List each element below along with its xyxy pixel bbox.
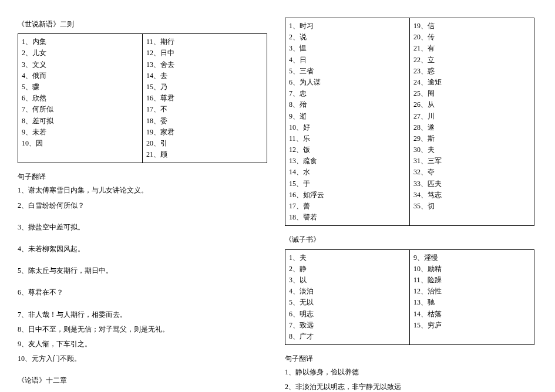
vocab-item: 20、传 — [413, 32, 530, 43]
vocab-item: 10、好 — [289, 122, 406, 133]
vocab-table-lunyu: 1、时习 2、说 3、愠 4、日 5、三省 6、为人谋 7、忠 8、殆 9、逝 … — [285, 18, 534, 226]
vocab-col-2: 11、期行 12、日中 13、舍去 14、去 15、乃 16、尊君 17、不 1… — [142, 34, 267, 163]
vocab-col-1: 1、内集 2、儿女 3、文义 4、俄而 5、骤 6、欣然 7、何所似 8、差可拟… — [18, 34, 142, 163]
vocab-item: 2、儿女 — [22, 48, 139, 59]
sentence-item: 1、谢太傅寒雪日内集，与儿女讲论文义。 — [18, 185, 267, 196]
vocab-item: 6、明志 — [289, 309, 406, 320]
vocab-item: 19、家君 — [146, 127, 263, 138]
vocab-item: 8、差可拟 — [22, 116, 139, 127]
sentence-item: 6、尊君在不？ — [18, 287, 267, 298]
vocab-item: 34、笃志 — [413, 190, 530, 201]
vocab-item: 7、忠 — [289, 88, 406, 99]
sentence-item: 2、非淡泊无以明志，非宁静无以致远 — [285, 381, 534, 392]
vocab-item: 7、致远 — [289, 320, 406, 331]
vocab-item: 7、何所似 — [22, 104, 139, 115]
vocab-item: 3、文义 — [22, 59, 139, 70]
vocab-item: 1、夫 — [289, 252, 406, 263]
vocab-item: 4、淡泊 — [289, 286, 406, 297]
vocab-item: 14、枯落 — [413, 309, 530, 320]
vocab-item: 17、善 — [289, 201, 406, 212]
vocab-item: 22、立 — [413, 55, 530, 66]
vocab-item: 12、饭 — [289, 144, 406, 156]
vocab-item: 11、期行 — [146, 36, 263, 48]
vocab-table-shishuo: 1、内集 2、儿女 3、文义 4、俄而 5、骤 6、欣然 7、何所似 8、差可拟… — [18, 33, 267, 163]
sentence-item: 5、陈太丘与友期行，期日中。 — [18, 265, 267, 276]
sentence-translation-header: 句子翻译 — [285, 353, 534, 364]
vocab-item: 33、匹夫 — [413, 178, 530, 190]
vocab-col-2: 9、淫慢 10、励精 11、险躁 12、治性 13、驰 14、枯落 15、穷庐 — [409, 250, 534, 345]
vocab-item: 13、疏食 — [289, 156, 406, 167]
vocab-item: 24、逾矩 — [413, 77, 530, 88]
vocab-item: 11、险躁 — [413, 275, 530, 286]
vocab-item: 3、以 — [289, 275, 406, 286]
vocab-item: 35、切 — [413, 201, 530, 212]
vocab-item: 19、信 — [413, 21, 530, 32]
vocab-item: 32、夺 — [413, 167, 530, 178]
vocab-item: 14、去 — [146, 70, 263, 82]
vocab-item: 8、殆 — [289, 99, 406, 110]
vocab-item: 17、不 — [146, 104, 263, 115]
vocab-item: 11、乐 — [289, 133, 406, 144]
vocab-item: 2、静 — [289, 263, 406, 275]
vocab-item: 31、三军 — [413, 156, 530, 167]
vocab-item: 20、引 — [146, 138, 263, 149]
vocab-item: 1、内集 — [22, 36, 139, 48]
vocab-item: 21、顾 — [146, 149, 263, 160]
vocab-item: 12、治性 — [413, 286, 530, 297]
vocab-item: 5、骤 — [22, 82, 139, 93]
vocab-table-jiezi: 1、夫 2、静 3、以 4、淡泊 5、无以 6、明志 7、致远 8、广才 9、淫… — [285, 249, 534, 346]
sentence-item: 2、白雪纷纷何所似？ — [18, 200, 267, 211]
vocab-item: 16、如浮云 — [289, 190, 406, 201]
vocab-item: 28、遂 — [413, 122, 530, 133]
vocab-item: 15、穷庐 — [413, 320, 530, 331]
vocab-item: 6、为人谋 — [289, 77, 406, 88]
vocab-item: 15、于 — [289, 178, 406, 190]
sentence-item: 4、未若柳絮因风起。 — [18, 244, 267, 255]
vocab-col-1: 1、时习 2、说 3、愠 4、日 5、三省 6、为人谋 7、忠 8、殆 9、逝 … — [285, 18, 409, 225]
sentence-item: 3、撒盐空中差可拟。 — [18, 222, 267, 233]
vocab-col-1: 1、夫 2、静 3、以 4、淡泊 5、无以 6、明志 7、致远 8、广才 — [285, 250, 409, 345]
vocab-col-2: 19、信 20、传 21、有 22、立 23、惑 24、逾矩 25、罔 26、从… — [409, 18, 534, 225]
vocab-item: 27、川 — [413, 111, 530, 122]
vocab-item: 1、时习 — [289, 21, 406, 32]
vocab-item: 9、淫慢 — [413, 252, 530, 263]
sentence-item: 9、友人惭，下车引之。 — [18, 339, 267, 350]
vocab-item: 5、无以 — [289, 297, 406, 308]
vocab-item: 13、舍去 — [146, 59, 263, 70]
vocab-item: 18、譬若 — [289, 212, 406, 223]
vocab-item: 15、乃 — [146, 82, 263, 93]
vocab-item: 10、励精 — [413, 263, 530, 275]
section-title-jiezi: 《诫子书》 — [285, 234, 534, 245]
section-title-lunyu: 《论语》十二章 — [18, 375, 267, 386]
vocab-item: 13、驰 — [413, 297, 530, 308]
vocab-item: 9、未若 — [22, 127, 139, 138]
vocab-item: 12、日中 — [146, 48, 263, 59]
sentence-item: 1、静以修身，俭以养德 — [285, 367, 534, 378]
section-title-shishuo: 《世说新语》二则 — [18, 19, 267, 30]
vocab-item: 21、有 — [413, 43, 530, 54]
vocab-item: 30、夫 — [413, 144, 530, 156]
vocab-item: 26、从 — [413, 99, 530, 110]
vocab-item: 4、日 — [289, 55, 406, 66]
vocab-item: 3、愠 — [289, 43, 406, 54]
vocab-item: 25、罔 — [413, 88, 530, 99]
vocab-item: 4、俄而 — [22, 70, 139, 82]
vocab-item: 6、欣然 — [22, 93, 139, 104]
vocab-item: 2、说 — [289, 32, 406, 43]
vocab-item: 18、委 — [146, 116, 263, 127]
vocab-item: 23、惑 — [413, 66, 530, 77]
vocab-item: 5、三省 — [289, 66, 406, 77]
sentence-item: 10、元方入门不顾。 — [18, 353, 267, 364]
sentence-item: 8、日中不至，则是无信；对子骂父，则是无礼。 — [18, 324, 267, 335]
vocab-item: 14、水 — [289, 167, 406, 178]
vocab-item: 10、因 — [22, 138, 139, 149]
vocab-item: 8、广才 — [289, 331, 406, 342]
sentence-item: 7、非人哉！与人期行，相委而去。 — [18, 309, 267, 320]
sentence-translation-header: 句子翻译 — [18, 171, 267, 183]
vocab-item: 29、斯 — [413, 133, 530, 144]
vocab-item: 16、尊君 — [146, 93, 263, 104]
vocab-item: 9、逝 — [289, 111, 406, 122]
